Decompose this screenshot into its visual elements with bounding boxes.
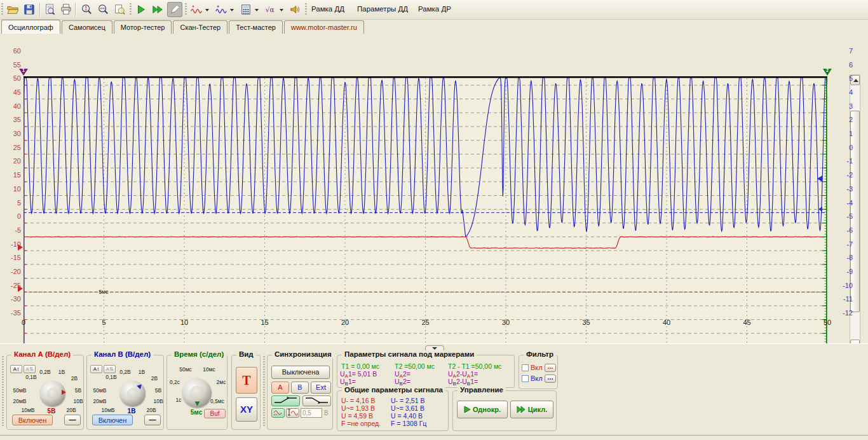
filter-a-label: Вкл	[531, 364, 543, 371]
filter-a-checkbox[interactable]	[522, 364, 529, 371]
filter-a-more-button[interactable]: ...	[545, 364, 556, 372]
open-file-button[interactable]	[5, 2, 20, 17]
channel-a-power-button[interactable]: Включен	[12, 415, 53, 425]
x-axis-tick-20: 20	[332, 319, 358, 326]
tab-4[interactable]: Скан-Тестер	[173, 20, 227, 34]
channel-b-coupling-button[interactable]: A⇅	[104, 365, 116, 373]
signal-a-dropdown[interactable]	[204, 2, 211, 17]
filter-b-more-button[interactable]: ...	[545, 375, 556, 383]
left-axis-tick-40: 40	[1, 102, 21, 110]
falling-edge-icon	[304, 396, 330, 404]
sync-rising-edge-button[interactable]	[271, 395, 300, 406]
panel-grip[interactable]	[2, 356, 4, 427]
calculator-dropdown[interactable]	[254, 2, 261, 17]
toolbar-grip[interactable]	[1, 3, 3, 16]
tab-3[interactable]: Мотор-тестер	[114, 20, 172, 34]
channel-b-invert-button[interactable]: —	[144, 415, 161, 425]
channel-a-panel: Канал А (В/дел) A↕ A⇅ 0,1В0,2В1В2В5В10В2…	[6, 355, 84, 430]
scope-plot[interactable]	[24, 76, 827, 350]
knob-label-10мВ: 10мВ	[22, 407, 35, 413]
math-functions-dropdown[interactable]	[278, 2, 285, 17]
menu-parametry-dd[interactable]: Параметры ДД	[357, 5, 408, 13]
left-axis-tick-50: 50	[1, 74, 21, 82]
svg-text:√α: √α	[266, 6, 275, 14]
channel-b-baseline-handle[interactable]	[818, 207, 822, 212]
right-axis-tick--9: -9	[833, 268, 853, 275]
tab-5[interactable]: Тест-мастер	[229, 20, 283, 34]
sync-mode-2-button[interactable]	[286, 408, 299, 418]
sync-off-button[interactable]: Выключена	[271, 366, 330, 379]
view-time-button[interactable]: T	[236, 367, 257, 394]
run-cycle-button[interactable]	[150, 2, 165, 17]
toolbar-grip[interactable]	[185, 3, 187, 16]
printer-icon	[60, 4, 72, 15]
knob-pointer-icon	[195, 402, 200, 406]
app-window: √α Рамка ДД Параметры ДД Рамка ДР Осцилл…	[0, 0, 868, 440]
panel-grip[interactable]	[263, 356, 265, 427]
param-row: U = 4,40 В	[391, 412, 426, 420]
knob-label-0,2с: 0,2с	[170, 379, 180, 385]
edit-button[interactable]	[167, 2, 182, 17]
view-xy-button[interactable]: XY	[236, 397, 257, 422]
channel-b-power-button[interactable]: Включен	[92, 415, 133, 425]
zoom-vertical-button[interactable]	[79, 2, 94, 17]
buffer-button[interactable]: Buf	[204, 409, 226, 418]
x-axis-tick-0: 0	[11, 319, 36, 326]
run-button[interactable]	[133, 2, 149, 17]
knob-label-50мВ: 50мВ	[93, 387, 107, 394]
channel-a-autorange-button[interactable]: A↕	[10, 365, 22, 373]
signal-a-button[interactable]	[189, 2, 204, 17]
sync-source-a-button[interactable]: А	[271, 382, 289, 394]
print-preview-button[interactable]	[42, 2, 57, 17]
sync-source-b-button[interactable]: В	[291, 382, 309, 394]
channel-a-coupling-button[interactable]: A⇅	[24, 365, 36, 373]
channel-b-zero-marker[interactable]	[817, 175, 822, 182]
signal-b-button[interactable]	[214, 2, 229, 17]
toolbar-grip[interactable]	[305, 3, 307, 16]
right-axis-tick--1: -1	[833, 157, 853, 165]
time-marker-2[interactable]: 2	[823, 69, 832, 76]
sqrt-alpha-icon: √α	[265, 4, 276, 15]
knob-label-10В: 10В	[73, 398, 83, 404]
toolbar-grip[interactable]	[130, 3, 132, 16]
sync-falling-edge-button[interactable]	[302, 395, 331, 406]
sync-source-ext-button[interactable]: Ext	[311, 382, 331, 394]
menu-ramka-dd[interactable]: Рамка ДД	[311, 5, 344, 13]
channel-a-title: Канал А (В/дел)	[11, 350, 73, 358]
save-button[interactable]	[22, 2, 37, 17]
tab-6[interactable]: www.motor-master.ru	[284, 20, 364, 34]
knob-label-2В: 2В	[71, 375, 78, 382]
knob-pointer-icon	[62, 390, 66, 395]
x-axis-tick-15: 15	[252, 319, 278, 326]
calculator-button[interactable]	[238, 2, 254, 17]
single-run-button[interactable]: Однокр.	[457, 401, 508, 418]
filter-title: Фильтр	[524, 350, 556, 358]
speaker-icon	[289, 4, 301, 15]
sync-level-unit: В	[324, 409, 329, 416]
math-functions-button[interactable]: √α	[263, 2, 278, 17]
signal-b-dropdown[interactable]	[229, 2, 236, 17]
tab-2[interactable]: Самописец	[62, 20, 112, 34]
knob-label-5В: 5В	[75, 387, 81, 394]
channel-b-autorange-button[interactable]: A↕	[90, 365, 102, 373]
pencil-icon	[169, 4, 180, 15]
tab-1[interactable]: Осциллограф	[1, 20, 60, 34]
zoom-vertical-icon	[81, 4, 92, 15]
param-row: U- = 4,16 В	[341, 397, 381, 404]
right-axis-tick--3: -3	[833, 185, 853, 193]
t1-value: T1 = 0,00 мс	[341, 362, 379, 370]
zoom-page-button[interactable]	[112, 2, 127, 17]
sync-level-input[interactable]	[301, 408, 322, 418]
menu-ramka-dr[interactable]: Рамка ДР	[418, 5, 451, 13]
common-params-title: Общие параметры сигнала	[342, 386, 445, 394]
cycle-run-button[interactable]: Цикл.	[510, 401, 553, 418]
sound-button[interactable]	[287, 2, 302, 17]
left-axis-tick-45: 45	[1, 88, 21, 96]
zoom-horizontal-button[interactable]	[95, 2, 111, 17]
left-axis-tick--25: -25	[1, 282, 21, 289]
sync-mode-1-button[interactable]	[271, 408, 285, 418]
filter-b-checkbox[interactable]	[522, 375, 529, 382]
channel-a-invert-button[interactable]: —	[64, 415, 81, 425]
print-button[interactable]	[58, 2, 74, 17]
knob-label-1В: 1В	[58, 369, 65, 375]
